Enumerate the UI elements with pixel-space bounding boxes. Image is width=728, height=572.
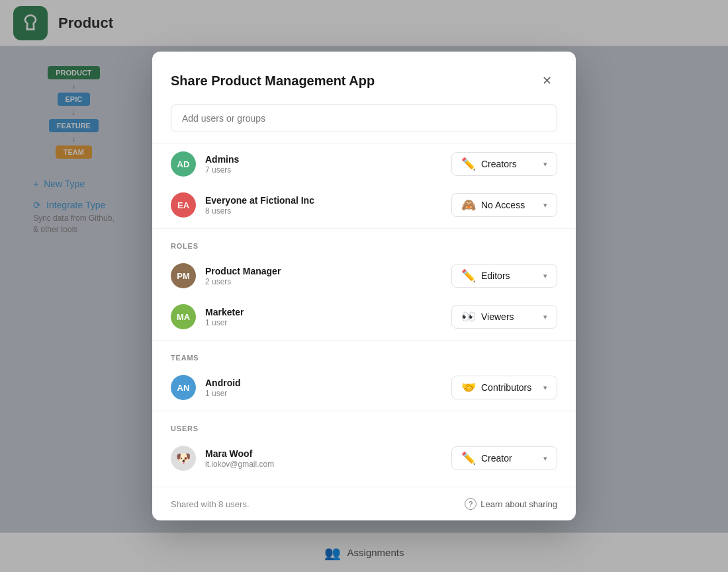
share-modal: Share Product Management App ✕ AD Admins…: [152, 52, 576, 520]
modal-body[interactable]: AD Admins 7 users ✏️ Creators ▾: [152, 143, 576, 487]
row-sub-marketer: 1 user: [205, 318, 244, 327]
search-input[interactable]: [171, 104, 557, 132]
role-label-everyone: No Access: [481, 200, 525, 210]
viewers-icon: 👀: [461, 311, 476, 323]
help-icon: ?: [465, 498, 477, 510]
row-name-admins: Admins: [205, 154, 239, 165]
role-label-android: Contributors: [481, 382, 531, 393]
avatar-mara-woof: 🐶: [171, 446, 196, 471]
divider-1: [152, 228, 576, 229]
role-dropdown-everyone[interactable]: 🙈 No Access ▾: [451, 193, 557, 217]
share-row-marketer: MA Marketer 1 user 👀 Viewers ▾: [152, 296, 576, 337]
row-sub-admins: 7 users: [205, 165, 239, 175]
help-label: Learn about sharing: [480, 499, 557, 509]
chevron-admins: ▾: [543, 160, 547, 169]
avatar-product-manager: PM: [171, 263, 196, 288]
close-button[interactable]: ✕: [536, 70, 557, 91]
role-dropdown-android[interactable]: 🤝 Contributors ▾: [451, 376, 557, 399]
avatar-marketer: MA: [171, 304, 196, 329]
divider-3: [152, 411, 576, 411]
share-row-everyone: EA Everyone at Fictional Inc 8 users 🙈 N…: [152, 184, 576, 225]
row-sub-product-manager: 2 users: [205, 277, 281, 286]
share-row-android: AN Android 1 user 🤝 Contributors ▾: [152, 367, 576, 408]
row-name-everyone: Everyone at Fictional Inc: [205, 195, 314, 206]
row-name-android: Android: [205, 378, 241, 388]
share-row-mara-woof: 🐶 Mara Woof it.iokov@gmail.com ✏️ Creato…: [152, 438, 576, 479]
chevron-product-manager: ▾: [543, 272, 547, 280]
avatar-admins: AD: [171, 151, 196, 177]
avatar-everyone: EA: [171, 192, 196, 218]
share-row-product-manager: PM Product Manager 2 users ✏️ Editors ▾: [152, 255, 576, 296]
role-label-marketer: Viewers: [481, 311, 514, 322]
modal-search-section: [152, 104, 576, 143]
role-dropdown-mara-woof[interactable]: ✏️ Creator ▾: [451, 446, 557, 470]
row-sub-mara-woof: it.iokov@gmail.com: [205, 460, 274, 469]
role-dropdown-product-manager[interactable]: ✏️ Editors ▾: [451, 264, 557, 288]
contributors-icon: 🤝: [461, 382, 476, 393]
row-name-mara-woof: Mara Woof: [205, 448, 274, 459]
teams-section-label: TEAMS: [152, 343, 576, 367]
shared-info: Shared with 8 users.: [171, 499, 250, 509]
editors-icon: ✏️: [461, 270, 476, 282]
chevron-everyone: ▾: [543, 201, 547, 210]
chevron-android: ▾: [543, 384, 547, 392]
chevron-mara-woof: ▾: [543, 454, 547, 463]
modal-header: Share Product Management App ✕: [152, 52, 576, 104]
help-link[interactable]: ? Learn about sharing: [465, 498, 557, 510]
chevron-marketer: ▾: [543, 313, 547, 321]
roles-section-label: ROLES: [152, 231, 576, 255]
modal-overlay: Share Product Management App ✕ AD Admins…: [0, 0, 728, 572]
row-sub-everyone: 8 users: [205, 206, 314, 216]
row-name-marketer: Marketer: [205, 307, 244, 317]
row-name-product-manager: Product Manager: [205, 266, 281, 276]
role-label-admins: Creators: [481, 159, 517, 169]
modal-footer: Shared with 8 users. ? Learn about shari…: [152, 487, 576, 520]
row-sub-android: 1 user: [205, 389, 241, 398]
role-label-product-manager: Editors: [481, 270, 510, 281]
creator-icon: ✏️: [461, 452, 476, 464]
role-dropdown-admins[interactable]: ✏️ Creators ▾: [451, 152, 557, 176]
users-section-label: USERS: [152, 414, 576, 438]
role-dropdown-marketer[interactable]: 👀 Viewers ▾: [451, 305, 557, 329]
modal-title: Share Product Management App: [171, 73, 375, 89]
avatar-android: AN: [171, 375, 196, 400]
creators-icon: ✏️: [461, 158, 476, 170]
divider-2: [152, 340, 576, 341]
share-row-admins: AD Admins 7 users ✏️ Creators ▾: [152, 143, 576, 184]
no-access-icon: 🙈: [461, 199, 476, 211]
role-label-mara-woof: Creator: [481, 453, 512, 464]
